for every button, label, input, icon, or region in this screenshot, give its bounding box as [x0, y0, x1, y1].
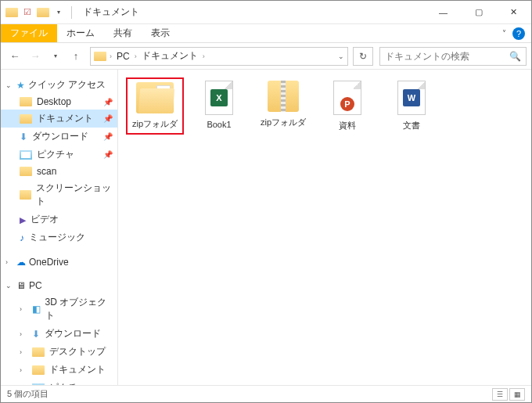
up-button[interactable]: ↑	[66, 47, 85, 66]
video-icon	[20, 214, 26, 225]
window-title: ドキュメント	[83, 5, 139, 19]
pictures-icon	[32, 383, 45, 386]
file-item-bunsho[interactable]: W 文書	[386, 81, 437, 131]
ribbon-collapse-icon[interactable]: ˅	[502, 29, 506, 38]
powerpoint-file-icon: P	[333, 81, 361, 115]
music-icon	[20, 232, 24, 243]
folder-icon	[20, 97, 32, 106]
sidebar-item-music[interactable]: ミュージック	[1, 228, 117, 246]
pin-icon: 📌	[103, 98, 113, 106]
tab-view[interactable]: 表示	[142, 24, 179, 42]
back-button[interactable]: ←	[5, 47, 24, 66]
search-box[interactable]: 🔍	[379, 47, 527, 66]
tab-file[interactable]: ファイル	[1, 24, 57, 42]
objects-icon	[32, 304, 41, 315]
download-icon	[32, 329, 40, 340]
qat-new-folder-icon[interactable]	[37, 6, 49, 19]
close-button[interactable]: ✕	[496, 1, 531, 24]
nav-bar: ← → ▾ ↑ › PC › ドキュメント › ⌄ ↻ 🔍	[1, 43, 531, 70]
sidebar-item-downloads[interactable]: ダウンロード📌	[1, 128, 117, 146]
folder-icon	[20, 167, 32, 176]
view-details-button[interactable]: ☰	[492, 388, 508, 401]
sidebar-item-scan[interactable]: scan	[1, 164, 117, 179]
content-pane[interactable]: zipフォルダ X Book1 zipフォルダ P 資料 W 文書	[118, 70, 531, 385]
file-item-zip-folder[interactable]: zipフォルダ	[257, 81, 309, 128]
cloud-icon	[16, 257, 26, 268]
tab-share[interactable]: 共有	[104, 24, 142, 42]
chevron-right-icon[interactable]: ›	[20, 348, 27, 356]
address-bar[interactable]: › PC › ドキュメント › ⌄	[90, 47, 348, 66]
sidebar-item-3d[interactable]: ›3D オブジェクト	[1, 293, 117, 325]
folder-icon	[32, 347, 45, 357]
pictures-icon	[20, 150, 32, 160]
pin-icon: 📌	[103, 150, 113, 159]
tab-home[interactable]: ホーム	[57, 24, 104, 42]
chevron-right-icon[interactable]: ›	[110, 52, 112, 60]
file-item-book1[interactable]: X Book1	[193, 81, 245, 129]
view-icons-button[interactable]: ▦	[509, 388, 525, 401]
quick-access-label: クイック アクセス	[28, 78, 106, 92]
chevron-down-icon[interactable]: ⌄	[5, 81, 13, 89]
sidebar-item-pc-desktop[interactable]: ›デスクトップ	[1, 343, 117, 361]
word-file-icon: W	[397, 81, 426, 115]
chevron-right-icon[interactable]: ›	[135, 52, 137, 60]
chevron-right-icon[interactable]: ›	[20, 305, 27, 313]
folder-icon	[32, 365, 45, 375]
minimize-button[interactable]: —	[426, 1, 461, 24]
sidebar-item-documents[interactable]: ドキュメント📌	[1, 110, 117, 128]
folder-icon	[20, 114, 32, 124]
folder-icon	[20, 190, 31, 200]
pin-icon: 📌	[103, 114, 113, 123]
sidebar-onedrive[interactable]: › OneDrive	[1, 254, 117, 270]
qat-properties-icon[interactable]: ☑	[21, 6, 34, 19]
chevron-right-icon[interactable]: ›	[5, 258, 13, 266]
status-bar: 5 個の項目 ☰ ▦	[1, 385, 531, 402]
address-folder-icon	[94, 50, 106, 63]
download-icon	[20, 131, 27, 142]
sidebar-item-videos[interactable]: ビデオ	[1, 210, 117, 228]
sidebar-item-pictures[interactable]: ピクチャ📌	[1, 146, 117, 164]
folder-open-icon	[136, 82, 174, 113]
sidebar-item-pc-pictures[interactable]: ›ピクチャ	[1, 379, 117, 385]
chevron-down-icon[interactable]: ⌄	[5, 282, 13, 290]
sidebar-quick-access[interactable]: ⌄ ★ クイック アクセス	[1, 76, 117, 94]
search-icon[interactable]: 🔍	[509, 51, 521, 62]
chevron-right-icon[interactable]: ›	[20, 366, 27, 374]
file-item-shiryou[interactable]: P 資料	[322, 81, 373, 131]
sidebar-pc[interactable]: ⌄ PC	[1, 278, 117, 293]
crumb-documents[interactable]: ドキュメント	[140, 49, 200, 63]
forward-button[interactable]: →	[26, 47, 45, 66]
recent-dropdown[interactable]: ▾	[46, 47, 65, 66]
status-text: 5 個の項目	[7, 388, 49, 400]
sidebar-item-screenshots[interactable]: スクリーンショット	[1, 179, 117, 210]
chevron-right-icon[interactable]: ›	[20, 330, 27, 338]
pc-icon	[16, 280, 26, 291]
refresh-button[interactable]: ↻	[353, 47, 373, 66]
excel-file-icon: X	[205, 81, 233, 115]
help-icon[interactable]: ?	[512, 27, 525, 40]
star-icon: ★	[16, 80, 25, 91]
maximize-button[interactable]: ▢	[461, 1, 496, 24]
search-input[interactable]	[385, 51, 509, 62]
title-bar: ☑ ▾ ドキュメント — ▢ ✕	[1, 1, 531, 24]
pin-icon: 📌	[103, 132, 113, 141]
address-dropdown-icon[interactable]: ⌄	[338, 52, 344, 60]
folder-app-icon	[5, 6, 18, 19]
sidebar-item-pc-documents[interactable]: ›ドキュメント	[1, 361, 117, 379]
chevron-right-icon[interactable]: ›	[20, 384, 27, 386]
crumb-pc[interactable]: PC	[115, 51, 131, 62]
sidebar: ⌄ ★ クイック アクセス Desktop📌 ドキュメント📌 ダウンロード📌 ピ…	[1, 70, 118, 385]
ribbon-tabs: ファイル ホーム 共有 表示 ˅ ?	[1, 24, 531, 43]
chevron-right-icon[interactable]: ›	[203, 52, 205, 60]
sidebar-item-pc-downloads[interactable]: ›ダウンロード	[1, 325, 117, 343]
file-item-zip-folder-open[interactable]: zipフォルダ	[129, 81, 181, 131]
sidebar-item-desktop[interactable]: Desktop📌	[1, 94, 117, 110]
qat-dropdown-icon[interactable]: ▾	[52, 6, 65, 19]
zip-folder-icon	[268, 81, 299, 112]
